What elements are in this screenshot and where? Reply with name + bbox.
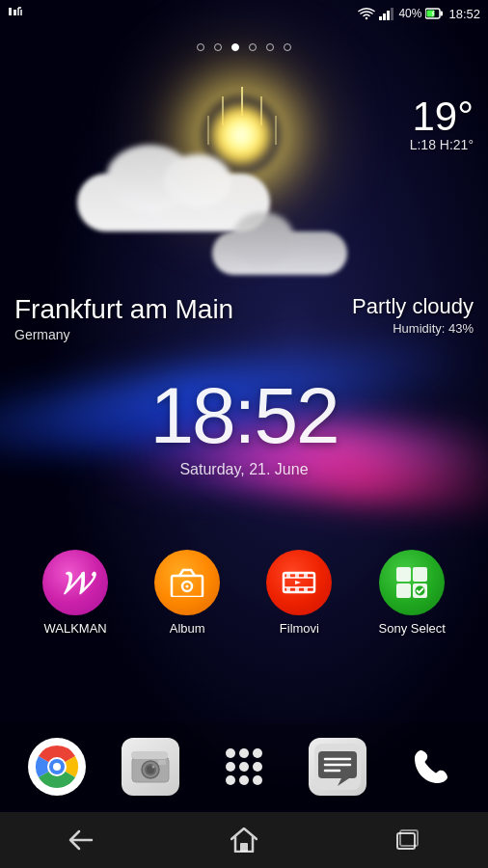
wifi-icon (358, 7, 375, 20)
weather-condition-info: Partly cloudy Humidity: 43% (352, 294, 474, 336)
page-dot-3[interactable] (231, 43, 239, 51)
svg-rect-29 (413, 567, 427, 582)
page-dot-4[interactable] (249, 43, 257, 51)
temperature-value: 19° (410, 96, 474, 137)
svg-rect-10 (441, 12, 444, 16)
status-time: 18:52 (448, 7, 480, 21)
svg-rect-50 (240, 843, 248, 852)
navigation-bar (0, 812, 488, 868)
svg-rect-0 (9, 8, 12, 15)
page-dots (0, 43, 488, 51)
city-name: Frankfurt am Main (14, 294, 233, 325)
walkman-label: WALKMAN (43, 621, 106, 636)
dock-phone[interactable] (398, 734, 464, 800)
app-drawer-icon (226, 748, 262, 785)
page-dot-1[interactable] (197, 43, 204, 51)
weather-city-info: Frankfurt am Main Germany (14, 294, 233, 342)
svg-rect-8 (391, 8, 393, 20)
humidity-text: Humidity: 43% (352, 321, 474, 336)
dock-camera[interactable] (118, 734, 183, 800)
page-dot-5[interactable] (266, 43, 274, 51)
signal-icon (379, 8, 394, 20)
svg-rect-39 (131, 751, 168, 759)
messaging-icon (309, 738, 366, 796)
nav-home-button[interactable] (215, 821, 273, 859)
svg-rect-30 (396, 583, 411, 598)
page-dot-6[interactable] (284, 43, 291, 51)
status-left (8, 6, 27, 21)
sony-select-icon (379, 550, 445, 615)
dock (0, 723, 488, 810)
svg-rect-25 (295, 587, 299, 592)
app-walkman[interactable]: 𝓦 WALKMAN (42, 550, 108, 636)
weather-description: Frankfurt am Main Germany Partly cloudy … (0, 294, 488, 342)
filmovi-icon (266, 550, 332, 615)
dock-chrome[interactable] (24, 734, 90, 800)
camera-icon (122, 738, 179, 796)
svg-point-17 (186, 585, 189, 588)
dock-drawer[interactable] (211, 734, 277, 800)
clock-widget: 18:52 Saturday, 21. June (0, 376, 488, 478)
svg-marker-27 (295, 581, 301, 584)
home-icon (230, 827, 258, 853)
app-album[interactable]: Album (154, 550, 220, 636)
phone-icon (402, 738, 460, 796)
svg-rect-44 (158, 760, 166, 765)
app-row: 𝓦 WALKMAN Album (0, 550, 488, 636)
weather-temperature: 19° L:18 H:21° (410, 96, 474, 152)
recent-icon (395, 828, 419, 852)
back-icon (68, 829, 95, 851)
nav-back-button[interactable] (52, 821, 110, 859)
notification-icon (8, 6, 27, 21)
page-dot-2[interactable] (214, 43, 222, 51)
svg-rect-6 (383, 14, 386, 20)
walkman-icon: 𝓦 (42, 550, 108, 615)
svg-rect-24 (286, 587, 290, 592)
album-label: Album (170, 621, 205, 636)
svg-rect-23 (304, 573, 308, 578)
album-icon (154, 550, 220, 615)
svg-rect-5 (379, 16, 382, 20)
status-right: 40% 18:52 (358, 7, 480, 21)
filmovi-label: Filmovi (280, 621, 319, 636)
country: Germany (14, 327, 233, 342)
svg-rect-28 (396, 567, 411, 582)
svg-rect-1 (14, 10, 16, 15)
app-sony-select[interactable]: Sony Select (379, 550, 446, 636)
svg-rect-21 (286, 573, 290, 578)
svg-point-37 (53, 763, 61, 771)
svg-rect-22 (295, 573, 299, 578)
svg-rect-7 (387, 11, 390, 20)
condition-text: Partly cloudy (352, 294, 474, 319)
nav-recent-button[interactable] (378, 821, 436, 859)
svg-rect-26 (304, 587, 308, 592)
svg-point-43 (151, 766, 154, 769)
battery-icon (425, 8, 443, 19)
temperature-range: L:18 H:21° (410, 137, 474, 152)
dock-messaging[interactable] (305, 734, 370, 800)
sony-select-label: Sony Select (379, 621, 446, 636)
status-bar: 40% 18:52 (0, 0, 488, 27)
chrome-icon (28, 738, 86, 796)
clock-time: 18:52 (0, 376, 488, 455)
battery-percent: 40% (398, 7, 421, 20)
app-filmovi[interactable]: Filmovi (266, 550, 332, 636)
clock-date: Saturday, 21. June (0, 461, 488, 478)
weather-visual (48, 77, 357, 289)
